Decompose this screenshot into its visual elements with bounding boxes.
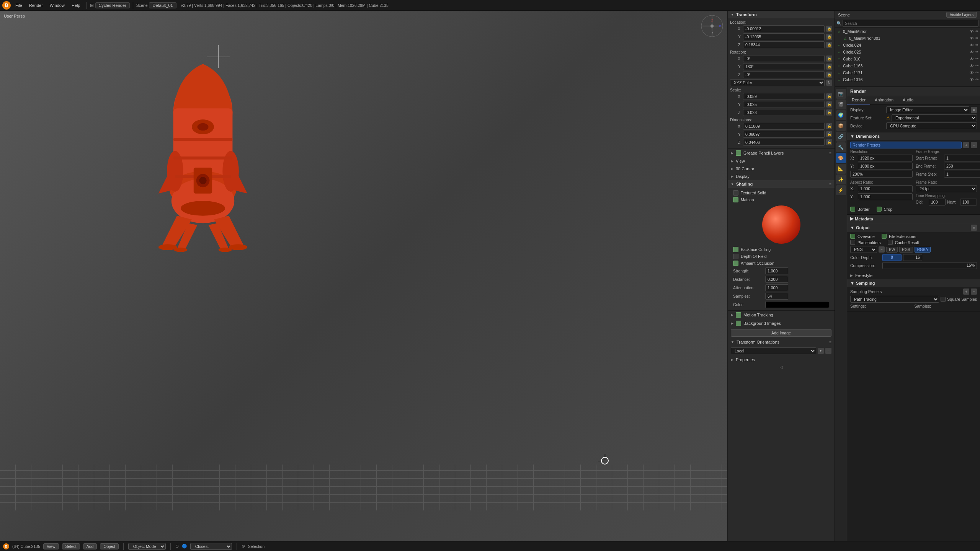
scale-x-input[interactable]	[743, 93, 825, 100]
eye-icon-6[interactable]: 👁	[970, 70, 974, 75]
menu-help[interactable]: Help	[69, 2, 83, 8]
cache-cb[interactable]	[888, 240, 893, 245]
mode-select[interactable]: Object Mode Edit Mode	[128, 543, 166, 550]
prop-icon-constraints[interactable]: 🔗	[836, 132, 846, 142]
display-toggle[interactable]: ▶ Display	[728, 173, 835, 180]
mt-checkbox[interactable]	[736, 312, 741, 318]
eye-icon-1[interactable]: 👁	[970, 36, 974, 41]
cursor-icon-3[interactable]: ✏	[975, 50, 978, 54]
add-image-button[interactable]: Add Image	[731, 329, 831, 337]
dim-y-input[interactable]	[743, 131, 825, 138]
end-frame-input[interactable]	[944, 163, 980, 170]
loc-x-lock[interactable]: 🔒	[826, 26, 832, 32]
dimensions-header[interactable]: ▼ Dimensions	[847, 132, 980, 140]
outliner-item-circle-025[interactable]: ○ Circle.025 👁 ✏	[835, 49, 980, 55]
matcap-cb[interactable]	[733, 197, 738, 202]
gp-checkbox[interactable]	[736, 150, 741, 156]
strength-input[interactable]	[765, 267, 788, 274]
cursor-toggle[interactable]: ▶ 30 Cursor	[728, 165, 835, 173]
properties-toggle[interactable]: ▶ Properties	[728, 356, 835, 364]
start-frame-input[interactable]	[944, 155, 980, 161]
engine-selector[interactable]: Cycles Render	[95, 2, 130, 8]
dim-y-lock[interactable]: 🔒	[826, 131, 832, 137]
sampling-presets-remove[interactable]: −	[971, 289, 977, 295]
scale-z-lock[interactable]: 🔒	[826, 109, 832, 116]
cursor-icon-5[interactable]: ✏	[975, 64, 978, 68]
attenuation-input[interactable]	[765, 284, 788, 291]
prop-icon-data[interactable]: 📐	[836, 164, 846, 174]
menu-render[interactable]: Render	[26, 2, 46, 8]
resolution-y-input[interactable]	[858, 163, 913, 170]
cursor-icon-7[interactable]: ✏	[975, 77, 978, 82]
prop-icon-physics[interactable]: ⚡	[836, 185, 846, 195]
tab-audio[interactable]: Audio	[898, 96, 918, 104]
outliner-item-cube-1171[interactable]: □ Cube.1171 👁 ✏	[835, 69, 980, 76]
sampling-method-select[interactable]: Path Tracing Branched Path Tracing	[850, 296, 939, 303]
placeholders-cb[interactable]	[850, 240, 855, 245]
rot-x-lock[interactable]: 🔒	[826, 55, 832, 62]
scale-z-input[interactable]	[743, 109, 825, 116]
prop-icon-world[interactable]: 🌍	[836, 110, 846, 120]
location-z-input[interactable]	[743, 41, 825, 48]
display-select[interactable]: Image Editor	[886, 106, 969, 113]
cursor-icon-4[interactable]: ✏	[975, 57, 978, 61]
prop-icon-render[interactable]: 📷	[836, 89, 846, 99]
transform-orient-toggle[interactable]: ▼ Transform Orientations ≡	[728, 338, 835, 346]
orient-add-icon[interactable]: +	[818, 348, 824, 354]
textured-solid-cb[interactable]	[733, 190, 738, 196]
tab-render[interactable]: Render	[847, 96, 870, 104]
pivot-select[interactable]: Closest Active Element Median Point	[190, 543, 232, 550]
add-button[interactable]: Add	[83, 543, 97, 549]
presets-remove-icon[interactable]: −	[971, 142, 977, 148]
outliner-item-cube-010[interactable]: □ Cube.010 👁 ✏	[835, 55, 980, 62]
euler-icon[interactable]: ↻	[826, 80, 832, 86]
sampling-presets-add[interactable]: +	[963, 289, 969, 295]
loc-y-lock[interactable]: 🔒	[826, 34, 832, 40]
viewport[interactable]: User Persp	[0, 11, 727, 541]
aspect-y-input[interactable]	[858, 193, 913, 200]
aspect-x-input[interactable]	[858, 185, 913, 192]
samples-input[interactable]	[765, 293, 788, 300]
border-cb[interactable]	[850, 207, 855, 212]
outliner-item-cube-1316[interactable]: □ Cube.1316 👁 ✏	[835, 76, 980, 83]
dim-x-lock[interactable]: 🔒	[826, 123, 832, 129]
resolution-x-input[interactable]	[858, 155, 913, 161]
device-select[interactable]: GPU Compute CPU	[886, 122, 977, 129]
menu-file[interactable]: File	[12, 2, 25, 8]
select-button[interactable]: Select	[62, 543, 80, 549]
frame-step-input[interactable]	[944, 171, 980, 178]
outliner-search-input[interactable]	[843, 20, 978, 27]
outliner-item-main-mirror[interactable]: △ 0_MainMirror 👁 ✏	[835, 28, 980, 35]
crop-cb[interactable]	[877, 207, 882, 212]
euler-mode-select[interactable]: XYZ Euler	[730, 79, 825, 86]
time-new-input[interactable]	[960, 199, 977, 205]
scale-x-lock[interactable]: 🔒	[826, 93, 832, 99]
prop-icon-scene[interactable]: 🎬	[836, 99, 846, 109]
dim-z-input[interactable]	[743, 139, 825, 146]
view-toggle[interactable]: ▶ View	[728, 157, 835, 165]
shading-header[interactable]: ▼ Shading ≡	[728, 180, 835, 188]
rotation-z-input[interactable]	[743, 71, 825, 78]
eye-icon-5[interactable]: 👁	[970, 64, 974, 68]
rot-z-lock[interactable]: 🔒	[826, 72, 832, 78]
view-button[interactable]: View	[43, 543, 59, 549]
transform-header[interactable]: ▼ Transform	[728, 11, 835, 18]
orient-remove-icon[interactable]: −	[825, 348, 831, 354]
dim-z-lock[interactable]: 🔒	[826, 139, 832, 145]
menu-window[interactable]: Window	[47, 2, 68, 8]
display-settings-icon[interactable]: ≡	[971, 107, 977, 113]
framerate-select[interactable]: 24 fps 30 fps	[916, 185, 977, 192]
sampling-header[interactable]: ▼ Sampling	[847, 279, 980, 287]
output-settings-icon[interactable]: ≡	[971, 225, 977, 231]
proportional-icon[interactable]: ⊕	[242, 544, 245, 549]
prop-icon-material[interactable]: 🎨	[836, 153, 846, 163]
bw-button[interactable]: BW	[886, 247, 898, 253]
scale-y-lock[interactable]: 🔒	[826, 101, 832, 108]
object-button[interactable]: Object	[100, 543, 118, 549]
ao-cb[interactable]	[733, 261, 738, 266]
resolution-pct-input[interactable]	[850, 171, 913, 178]
bg-checkbox[interactable]	[736, 321, 741, 326]
overwrite-cb[interactable]	[850, 234, 855, 239]
eye-icon-7[interactable]: 👁	[970, 77, 974, 82]
feature-set-select[interactable]: Experimental Supported	[892, 114, 977, 121]
